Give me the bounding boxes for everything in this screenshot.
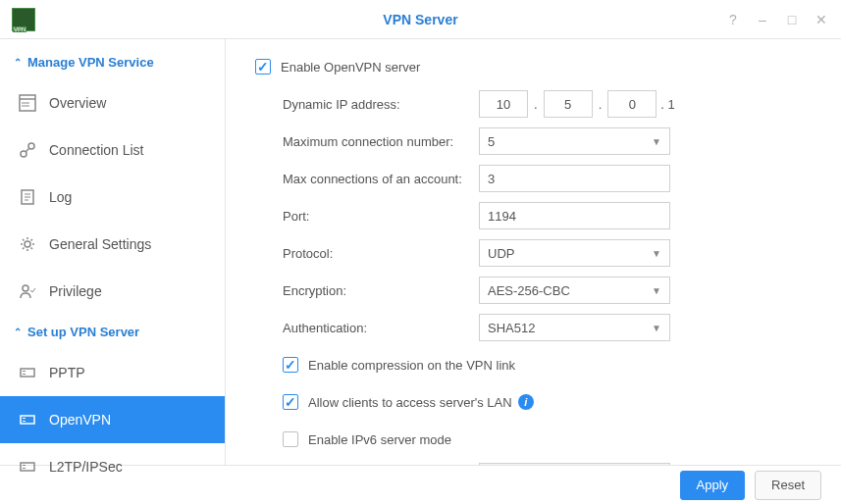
chevron-down-icon: ▼ (652, 323, 661, 333)
allow-lan-label: Allow clients to access server's LAN (308, 395, 512, 410)
protocol-label: Protocol: (283, 246, 479, 261)
user-icon (18, 281, 37, 301)
auth-label: Authentication: (283, 321, 479, 335)
svg-rect-16 (21, 416, 34, 424)
server-icon (18, 363, 37, 382)
svg-rect-18 (23, 421, 26, 422)
compression-checkbox[interactable] (283, 357, 298, 373)
select-value: AES-256-CBC (488, 283, 570, 298)
prefix-select: ▼ (479, 463, 670, 465)
help-icon[interactable]: ? (725, 12, 741, 27)
encryption-select[interactable]: AES-256-CBC ▼ (479, 277, 670, 304)
ip-dot: . (599, 97, 603, 112)
close-icon[interactable]: ✕ (814, 12, 829, 27)
max-acct-input[interactable] (479, 165, 670, 192)
ip-octet-1[interactable] (479, 90, 528, 118)
enable-openvpn-checkbox[interactable] (255, 59, 271, 75)
sidebar-item-privilege[interactable]: Privilege (0, 268, 225, 315)
section-setup-vpn[interactable]: ⌃ Set up VPN Server (0, 315, 225, 349)
nav-label: Connection List (49, 142, 144, 158)
nav-label: L2TP/IPSec (49, 459, 123, 475)
select-value: UDP (488, 246, 514, 261)
select-value: SHA512 (488, 321, 535, 335)
max-conn-label: Maximum connection number: (283, 134, 479, 149)
window-controls: ? – □ ✕ (725, 12, 829, 27)
minimize-icon[interactable]: – (755, 12, 770, 27)
sidebar-item-general-settings[interactable]: General Settings (0, 221, 225, 268)
section-label: Set up VPN Server (27, 325, 139, 339)
auth-select[interactable]: SHA512 ▼ (479, 314, 670, 341)
sidebar: ⌃ Manage VPN Service Overview Connection… (0, 39, 226, 465)
server-icon (18, 410, 37, 429)
svg-rect-19 (21, 463, 34, 471)
ip-octet-2[interactable] (544, 90, 593, 118)
port-input[interactable] (479, 202, 670, 229)
chevron-up-icon: ⌃ (14, 57, 22, 68)
ip-octet-3[interactable] (607, 90, 657, 118)
overview-icon (18, 93, 37, 113)
server-icon (18, 457, 37, 477)
ipv6-label: Enable IPv6 server mode (308, 432, 451, 447)
chevron-down-icon: ▼ (652, 248, 661, 259)
encryption-label: Encryption: (283, 283, 479, 298)
svg-rect-20 (23, 465, 26, 466)
svg-point-11 (25, 241, 30, 247)
ipv6-checkbox[interactable] (283, 431, 298, 447)
nav-label: Log (49, 189, 72, 205)
enable-openvpn-label: Enable OpenVPN server (281, 60, 420, 75)
nav-label: Overview (49, 95, 106, 111)
content-panel: Enable OpenVPN server Dynamic IP address… (226, 39, 841, 465)
compression-label: Enable compression on the VPN link (308, 358, 515, 373)
nav-label: PPTP (49, 365, 85, 380)
max-conn-select[interactable]: 5 ▼ (479, 127, 670, 155)
connection-icon (18, 140, 37, 160)
svg-point-12 (23, 285, 28, 291)
allow-lan-checkbox[interactable] (283, 394, 298, 410)
nav-label: Privilege (49, 283, 102, 299)
ip-dot: . (534, 97, 538, 112)
ip-suffix: . 1 (660, 97, 674, 112)
info-icon[interactable]: i (518, 394, 534, 410)
maximize-icon[interactable]: □ (784, 12, 800, 27)
svg-rect-13 (21, 369, 34, 377)
nav-label: OpenVPN (49, 412, 111, 428)
sidebar-item-l2tp[interactable]: L2TP/IPSec (0, 443, 225, 490)
svg-rect-15 (23, 374, 26, 375)
svg-rect-17 (23, 418, 26, 419)
titlebar: VPN Server ? – □ ✕ (0, 0, 841, 39)
gear-icon (18, 234, 37, 254)
port-label: Port: (283, 209, 479, 224)
protocol-select[interactable]: UDP ▼ (479, 239, 670, 267)
reset-button[interactable]: Reset (755, 471, 821, 500)
nav-label: General Settings (49, 236, 151, 252)
sidebar-item-log[interactable]: Log (0, 174, 225, 221)
chevron-up-icon: ⌃ (14, 327, 22, 337)
svg-rect-21 (23, 468, 26, 469)
apply-button[interactable]: Apply (680, 471, 746, 500)
chevron-down-icon: ▼ (652, 285, 661, 296)
sidebar-item-connection-list[interactable]: Connection List (0, 126, 225, 174)
section-label: Manage VPN Service (27, 55, 154, 70)
section-manage-vpn[interactable]: ⌃ Manage VPN Service (0, 45, 225, 79)
window-title: VPN Server (383, 12, 457, 27)
sidebar-item-pptp[interactable]: PPTP (0, 349, 225, 396)
max-acct-label: Max connections of an account: (283, 172, 479, 186)
sidebar-item-openvpn[interactable]: OpenVPN (0, 396, 225, 443)
chevron-down-icon: ▼ (652, 136, 661, 147)
log-icon (18, 187, 37, 207)
sidebar-item-overview[interactable]: Overview (0, 79, 225, 126)
dynamic-ip-label: Dynamic IP address: (283, 97, 479, 112)
svg-rect-14 (23, 371, 26, 372)
svg-line-6 (26, 148, 29, 152)
select-value: 5 (488, 134, 495, 149)
app-icon (12, 8, 35, 31)
